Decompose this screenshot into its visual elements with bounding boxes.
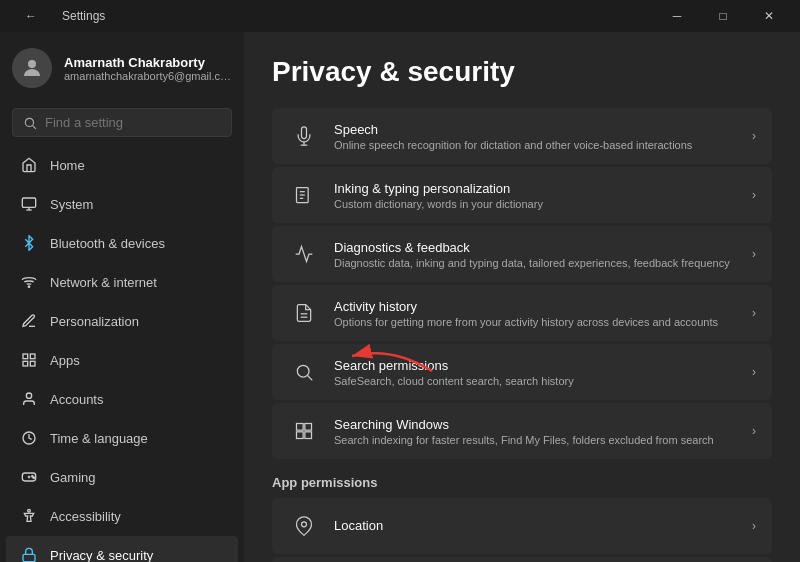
sidebar-item-label: Time & language (50, 431, 148, 446)
setting-text: Activity history Options for getting mor… (334, 299, 738, 328)
svg-rect-8 (30, 354, 35, 359)
main-panel: Privacy & security Speech Online speech … (244, 32, 800, 562)
settings-list: Speech Online speech recognition for dic… (272, 108, 772, 459)
setting-name: Diagnostics & feedback (334, 240, 738, 255)
svg-point-11 (26, 393, 31, 398)
setting-text: Speech Online speech recognition for dic… (334, 122, 738, 151)
app-permissions-header: App permissions (272, 475, 772, 490)
svg-point-35 (302, 522, 307, 527)
search-permissions-icon (288, 356, 320, 388)
sidebar-item-label: Bluetooth & devices (50, 236, 165, 251)
page-title: Privacy & security (272, 56, 772, 88)
chevron-right-icon: › (752, 424, 756, 438)
svg-point-17 (33, 477, 34, 478)
titlebar-left: ← Settings (8, 0, 105, 32)
accessibility-icon (20, 507, 38, 525)
time-icon (20, 429, 38, 447)
setting-name: Speech (334, 122, 738, 137)
setting-text: Location (334, 518, 738, 535)
setting-item-search-permissions[interactable]: Search permissions SafeSearch, cloud con… (272, 344, 772, 400)
accounts-icon (20, 390, 38, 408)
speech-icon (288, 120, 320, 152)
apps-icon (20, 351, 38, 369)
chevron-right-icon: › (752, 519, 756, 533)
setting-item-activity[interactable]: Activity history Options for getting mor… (272, 285, 772, 341)
sidebar: Amarnath Chakraborty amarnathchakraborty… (0, 32, 244, 562)
titlebar-title: Settings (62, 9, 105, 23)
setting-item-diagnostics[interactable]: Diagnostics & feedback Diagnostic data, … (272, 226, 772, 282)
back-button[interactable]: ← (8, 0, 54, 32)
app-permissions-list: Location › Camera › (272, 498, 772, 562)
svg-rect-19 (23, 554, 35, 561)
user-email: amarnathchakraborty6@gmail.com (64, 70, 232, 82)
chevron-right-icon: › (752, 129, 756, 143)
sidebar-item-home[interactable]: Home (6, 146, 238, 184)
setting-name: Searching Windows (334, 417, 738, 432)
chevron-right-icon: › (752, 365, 756, 379)
user-profile[interactable]: Amarnath Chakraborty amarnathchakraborty… (0, 32, 244, 104)
search-input[interactable] (45, 115, 221, 130)
sidebar-item-label: Network & internet (50, 275, 157, 290)
sidebar-nav: Home System Bluetooth (0, 145, 244, 562)
svg-rect-10 (30, 361, 35, 366)
svg-line-29 (308, 376, 313, 381)
svg-point-18 (28, 509, 31, 512)
search-icon (23, 116, 37, 130)
chevron-right-icon: › (752, 306, 756, 320)
svg-point-6 (28, 286, 29, 287)
sidebar-item-privacy[interactable]: Privacy & security (6, 536, 238, 562)
setting-name: Search permissions (334, 358, 738, 373)
sidebar-item-label: System (50, 197, 93, 212)
maximize-button[interactable]: □ (700, 0, 746, 32)
sidebar-item-apps[interactable]: Apps (6, 341, 238, 379)
sidebar-item-accounts[interactable]: Accounts (6, 380, 238, 418)
setting-text: Search permissions SafeSearch, cloud con… (334, 358, 738, 387)
setting-desc: SafeSearch, cloud content search, search… (334, 375, 738, 387)
minimize-button[interactable]: ─ (654, 0, 700, 32)
sidebar-item-bluetooth[interactable]: Bluetooth & devices (6, 224, 238, 262)
setting-text: Inking & typing personalization Custom d… (334, 181, 738, 210)
chevron-right-icon: › (752, 188, 756, 202)
setting-name: Inking & typing personalization (334, 181, 738, 196)
svg-point-1 (25, 118, 33, 126)
setting-desc: Search indexing for faster results, Find… (334, 434, 738, 446)
setting-name: Activity history (334, 299, 738, 314)
user-info: Amarnath Chakraborty amarnathchakraborty… (64, 55, 232, 82)
chevron-right-icon: › (752, 247, 756, 261)
setting-item-searching-windows[interactable]: Searching Windows Search indexing for fa… (272, 403, 772, 459)
privacy-icon (20, 546, 38, 562)
sidebar-item-network[interactable]: Network & internet (6, 263, 238, 301)
sidebar-item-label: Accounts (50, 392, 103, 407)
diagnostics-icon (288, 238, 320, 270)
personalization-icon (20, 312, 38, 330)
setting-item-location[interactable]: Location › (272, 498, 772, 554)
svg-rect-34 (305, 432, 312, 439)
svg-rect-31 (297, 424, 304, 431)
setting-desc: Options for getting more from your activ… (334, 316, 738, 328)
setting-desc: Online speech recognition for dictation … (334, 139, 738, 151)
setting-text: Searching Windows Search indexing for fa… (334, 417, 738, 446)
setting-item-speech[interactable]: Speech Online speech recognition for dic… (272, 108, 772, 164)
svg-point-0 (28, 60, 36, 68)
gaming-icon (20, 468, 38, 486)
activity-icon (288, 297, 320, 329)
sidebar-item-gaming[interactable]: Gaming (6, 458, 238, 496)
location-icon (288, 510, 320, 542)
titlebar-controls: ─ □ ✕ (654, 0, 792, 32)
sidebar-item-time[interactable]: Time & language (6, 419, 238, 457)
app-body: Amarnath Chakraborty amarnathchakraborty… (0, 32, 800, 562)
sidebar-item-label: Accessibility (50, 509, 121, 524)
sidebar-item-accessibility[interactable]: Accessibility (6, 497, 238, 535)
sidebar-item-system[interactable]: System (6, 185, 238, 223)
close-button[interactable]: ✕ (746, 0, 792, 32)
setting-desc: Diagnostic data, inking and typing data,… (334, 257, 738, 269)
search-box[interactable] (12, 108, 232, 137)
setting-name: Location (334, 518, 738, 533)
sidebar-item-label: Privacy & security (50, 548, 153, 563)
svg-rect-3 (22, 198, 35, 207)
svg-point-28 (297, 365, 309, 377)
setting-item-camera[interactable]: Camera › (272, 557, 772, 562)
sidebar-item-personalization[interactable]: Personalization (6, 302, 238, 340)
inking-icon (288, 179, 320, 211)
setting-item-inking[interactable]: Inking & typing personalization Custom d… (272, 167, 772, 223)
